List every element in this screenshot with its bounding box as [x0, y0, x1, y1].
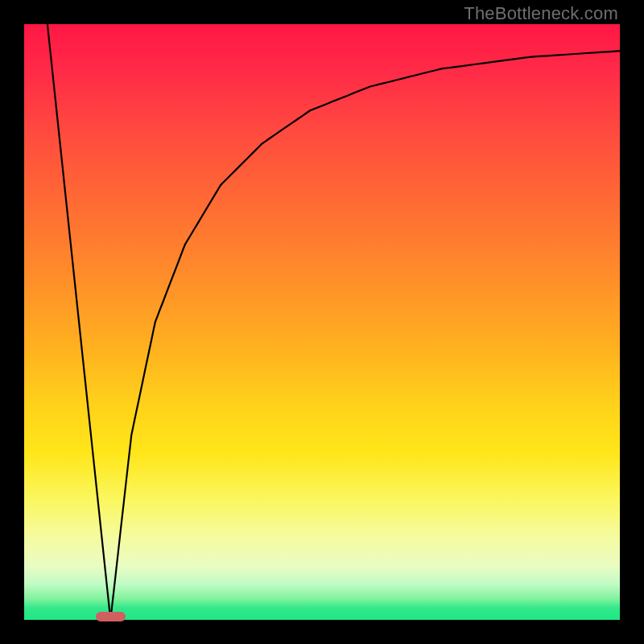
curve-right-branch — [110, 51, 620, 620]
plot-area — [24, 24, 620, 620]
watermark-text: TheBottleneck.com — [464, 3, 618, 24]
curve-left-branch — [47, 24, 110, 620]
chart-frame: TheBottleneck.com — [0, 0, 644, 644]
notch-marker — [96, 612, 126, 621]
chart-curves — [24, 24, 620, 620]
